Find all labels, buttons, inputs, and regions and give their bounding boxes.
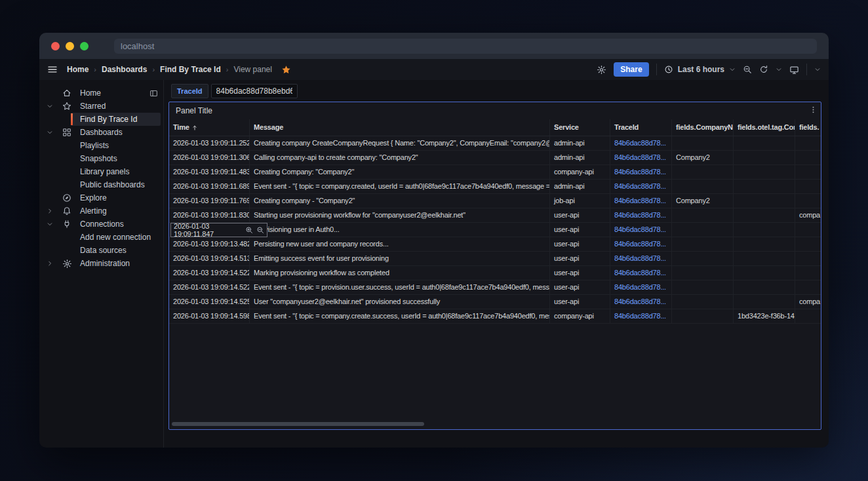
filter-for-value-icon[interactable] (245, 226, 253, 234)
panel-header[interactable]: Panel Title (169, 102, 821, 119)
table-header-row: Time Message Service TraceId fields.Comp… (169, 119, 821, 136)
favorite-star-icon[interactable] (281, 65, 291, 75)
panel-menu-icon[interactable] (809, 106, 818, 114)
sidebar-item-snapshots[interactable]: Snapshots (39, 152, 163, 165)
url-bar[interactable]: localhost (114, 39, 817, 54)
sidebar-item-find-by-trace-id[interactable]: Find By Trace Id (39, 113, 163, 126)
star-icon (62, 102, 72, 111)
zoom-out-time-icon[interactable] (743, 65, 752, 74)
sidebar-item-dashboards[interactable]: Dashboards (39, 126, 163, 139)
cell-message: Creating company - "Company2" (250, 194, 550, 208)
cell-traceid-link[interactable]: 84b6dac88d78... (610, 180, 672, 193)
sidebar-item-add-new-connection[interactable]: Add new connection (39, 231, 163, 244)
column-header-companyname[interactable]: fields.CompanyName (672, 119, 734, 136)
chevron-down-icon[interactable] (45, 103, 55, 109)
cell-traceid-link[interactable]: 84b6dac88d78... (610, 136, 672, 150)
breadcrumb-dashboard-name[interactable]: Find By Trace Id (160, 65, 221, 74)
sidebar-item-library-panels[interactable]: Library panels (39, 165, 163, 178)
chevron-down-icon[interactable] (45, 221, 55, 227)
table-row: 2026-01-03 19:09:11.847Provisioning user… (169, 223, 821, 237)
breadcrumb-home[interactable]: Home (67, 65, 89, 74)
chevron-right-icon[interactable] (45, 260, 55, 267)
column-header-fields[interactable]: fields. (795, 119, 821, 136)
cell-traceid-link[interactable]: 84b6dac88d78... (610, 208, 672, 222)
sidebar-item-playlists[interactable]: Playlists (39, 139, 163, 152)
close-window-button[interactable] (51, 42, 60, 50)
cell-traceid-link[interactable]: 84b6dac88d78... (610, 309, 672, 323)
cell-service: admin-api (550, 180, 610, 193)
cell-traceid-link[interactable]: 84b6dac88d78... (610, 295, 672, 309)
toolbar-more-chevron-icon[interactable] (814, 66, 821, 73)
sidebar-item-alerting[interactable]: Alerting (39, 204, 163, 218)
cell-otel-tag (734, 252, 795, 265)
cell-otel-tag (734, 180, 795, 193)
dashboard-settings-icon[interactable] (597, 65, 606, 75)
cell-time: 2026-01-03 19:09:13.482 (169, 237, 250, 251)
column-header-message[interactable]: Message (250, 119, 550, 136)
sidebar-item-label: Find By Trace Id (80, 115, 137, 124)
share-button[interactable]: Share (614, 62, 648, 77)
cell-service: company-api (550, 165, 610, 179)
minimize-window-button[interactable] (66, 42, 74, 50)
menu-toggle-icon[interactable] (47, 64, 58, 75)
refresh-icon[interactable] (759, 65, 768, 74)
table-row: 2026-01-03 19:09:11.830Starting user pro… (169, 208, 821, 223)
cell-time: 2026-01-03 19:09:11.830 (169, 208, 250, 222)
sidebar-item-home[interactable]: Home (39, 87, 163, 100)
chevron-right-icon[interactable] (45, 208, 55, 214)
cell-traceid-link[interactable]: 84b6dac88d78... (610, 252, 672, 265)
column-header-traceid[interactable]: TraceId (610, 119, 672, 136)
cell-fields (795, 280, 821, 294)
refresh-interval-chevron-icon[interactable] (776, 66, 782, 73)
cell-traceid-link[interactable]: 84b6dac88d78... (610, 237, 672, 251)
dock-sidebar-icon[interactable] (149, 89, 158, 98)
sidebar-item-starred[interactable]: Starred (39, 100, 163, 113)
time-range-label: Last 6 hours (678, 65, 724, 74)
cell-companyname (672, 237, 734, 251)
cell-traceid-link[interactable]: 84b6dac88d78... (610, 223, 672, 237)
horizontal-scrollbar[interactable] (172, 422, 424, 426)
logs-table: Time Message Service TraceId fields.Comp… (169, 119, 821, 324)
cell-service: job-api (550, 194, 610, 208)
column-header-service[interactable]: Service (550, 119, 610, 136)
cell-traceid-link[interactable]: 84b6dac88d78... (610, 194, 672, 208)
cell-otel-tag (734, 223, 795, 237)
cell-service: user-api (550, 280, 610, 294)
cell-message: Creating Company: "Company2" (250, 165, 550, 179)
cell-fields: compa (795, 208, 821, 222)
table-row: 2026-01-03 19:09:14.522Event sent - "{ t… (169, 280, 821, 295)
traceid-variable-input[interactable] (211, 84, 298, 98)
zoom-window-button[interactable] (80, 42, 89, 50)
cell-fields (795, 136, 821, 150)
cell-time: 2026-01-03 19:09:14.522 (169, 266, 250, 280)
sidebar-item-label: Add new connection (80, 233, 151, 242)
sidebar-item-explore[interactable]: Explore (39, 191, 163, 204)
sidebar-item-connections[interactable]: Connections (39, 218, 163, 231)
cell-traceid-link[interactable]: 84b6dac88d78... (610, 280, 672, 294)
table-row: 2026-01-03 19:09:11.769Creating company … (169, 194, 821, 208)
sidebar-item-data-sources[interactable]: Data sources (39, 244, 163, 257)
sidebar-item-public-dashboards[interactable]: Public dashboards (39, 178, 163, 191)
cell-traceid-link[interactable]: 84b6dac88d78... (610, 266, 672, 280)
cell-message: User "companyuser2@eelkhair.net" provisi… (250, 295, 550, 309)
table-row: 2026-01-03 19:09:14.525User "companyuser… (169, 295, 821, 309)
tv-mode-icon[interactable] (789, 65, 799, 75)
sidebar-item-administration[interactable]: Administration (39, 257, 163, 270)
table-row: 2026-01-03 19:09:11.306Calling company-a… (169, 151, 821, 165)
filter-out-value-icon[interactable] (256, 226, 264, 234)
grafana-top-nav: Home › Dashboards › Find By Trace Id › V… (39, 59, 829, 80)
time-range-picker[interactable]: Last 6 hours (664, 65, 736, 74)
column-header-otel-tag[interactable]: fields.otel.tag.Comp (734, 119, 795, 136)
cell-traceid-link[interactable]: 84b6dac88d78... (610, 151, 672, 164)
cell-otel-tag (734, 237, 795, 251)
breadcrumb-dashboards[interactable]: Dashboards (102, 65, 147, 74)
column-header-time[interactable]: Time (169, 119, 250, 136)
dashboard-toolbar: Share Last 6 hours (597, 62, 821, 77)
cell-time: 2026-01-03 19:09:14.522 (169, 280, 250, 294)
cell-traceid-link[interactable]: 84b6dac88d78... (610, 165, 672, 179)
gear-icon (62, 259, 72, 269)
sidebar-item-label: Administration (80, 259, 130, 268)
chevron-down-icon[interactable] (45, 129, 55, 136)
cell-fields (795, 180, 821, 193)
cell-companyname: Company2 (672, 194, 734, 208)
